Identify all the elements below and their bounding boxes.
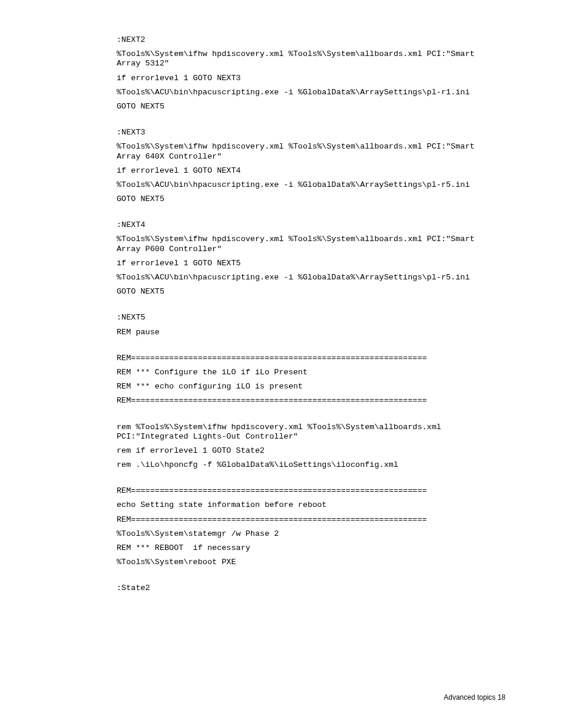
code-line: REM pause	[117, 328, 503, 337]
code-line: %Tools%\ACU\bin\hpacuscripting.exe -i %G…	[117, 88, 503, 97]
code-line: REM=====================================…	[117, 354, 503, 363]
code-line: REM *** echo configuring iLO is present	[117, 382, 503, 391]
code-line: GOTO NEXT5	[117, 195, 503, 204]
code-line: :NEXT4	[117, 220, 503, 230]
code-line: echo Setting state information before re…	[117, 500, 503, 510]
code-line: %Tools%\System\reboot PXE	[117, 558, 503, 567]
code-line: %Tools%\System\ifhw hpdiscovery.xml %Too…	[117, 235, 503, 253]
code-line: :NEXT3	[117, 128, 503, 137]
code-line: REM=====================================…	[117, 396, 503, 406]
code-line: GOTO NEXT5	[117, 102, 503, 111]
code-line: REM=====================================…	[117, 515, 503, 525]
code-line: %Tools%\ACU\bin\hpacuscripting.exe -i %G…	[117, 273, 503, 282]
code-line: rem %Tools%\System\ifhw hpdiscovery.xml …	[117, 423, 503, 442]
code-line: if errorlevel 1 GOTO NEXT4	[117, 166, 503, 176]
code-line: REM=====================================…	[117, 486, 503, 496]
code-line: REM *** REBOOT if necessary	[117, 543, 503, 553]
code-line: %Tools%\System\ifhw hpdiscovery.xml %Too…	[117, 142, 503, 161]
code-line: %Tools%\System\ifhw hpdiscovery.xml %Too…	[117, 50, 503, 68]
code-listing: :NEXT2 %Tools%\System\ifhw hpdiscovery.x…	[0, 0, 562, 622]
code-line: :State2	[117, 584, 503, 593]
code-line: if errorlevel 1 GOTO NEXT5	[117, 259, 503, 268]
page-footer: Advanced topics 18	[444, 693, 505, 701]
code-line: if errorlevel 1 GOTO NEXT3	[117, 74, 503, 83]
code-line: REM *** Configure the iLO if iLo Present	[117, 368, 503, 377]
code-line: :NEXT2	[117, 35, 503, 45]
code-line: GOTO NEXT5	[117, 287, 503, 297]
code-line: %Tools%\ACU\bin\hpacuscripting.exe -i %G…	[117, 180, 503, 190]
code-line: rem .\iLo\hponcfg -f %GlobalData%\iLoSet…	[117, 460, 503, 470]
code-line: rem if errorlevel 1 GOTO State2	[117, 446, 503, 456]
code-line: :NEXT5	[117, 313, 503, 322]
code-line: %Tools%\System\statemgr /w Phase 2	[117, 529, 503, 539]
